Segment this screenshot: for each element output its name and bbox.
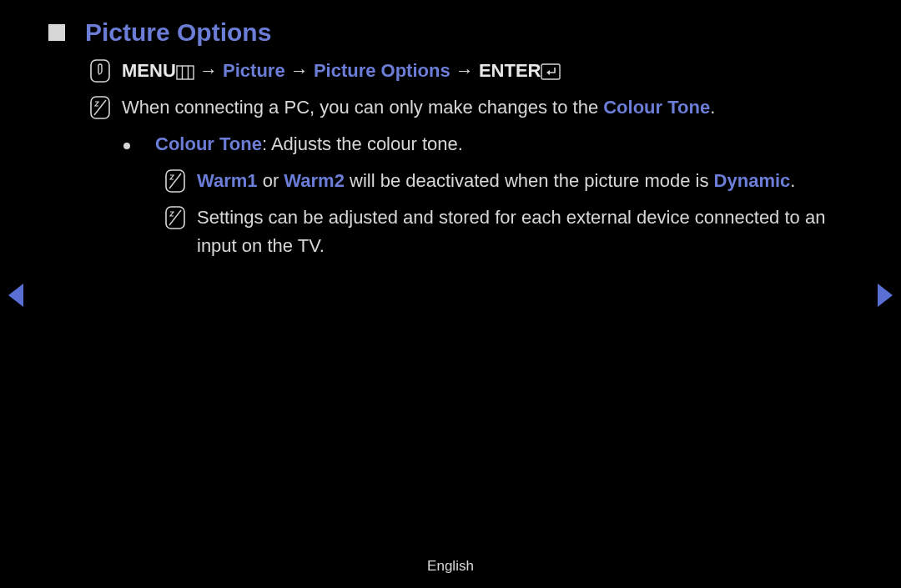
- svg-rect-1: [177, 66, 194, 79]
- svg-line-6: [94, 100, 106, 115]
- arrow-sep-2: →: [290, 60, 309, 81]
- svg-line-10: [169, 210, 181, 225]
- svg-line-8: [169, 173, 181, 188]
- bullet-icon: [123, 143, 130, 149]
- page-title: Picture Options: [85, 18, 271, 47]
- svg-rect-4: [541, 64, 560, 79]
- bullet-desc: : Adjusts the colour tone.: [262, 133, 463, 154]
- subnote1-end: .: [790, 170, 795, 191]
- warm2-label: Warm2: [284, 170, 345, 191]
- menu-grid-icon: [176, 65, 194, 80]
- warm1-label: Warm1: [197, 170, 258, 191]
- note1-prefix: When connecting a PC, you can only make …: [122, 97, 603, 118]
- section-bullet-icon: [48, 24, 65, 41]
- crumb-picture: Picture: [223, 60, 285, 81]
- remote-hand-icon: [90, 59, 110, 83]
- bullet-label: Colour Tone: [155, 133, 262, 154]
- nav-prev-button[interactable]: [8, 284, 23, 307]
- note1-highlight: Colour Tone: [603, 97, 710, 118]
- note-icon: [165, 169, 185, 193]
- arrow-sep-3: →: [456, 60, 474, 81]
- crumb-picture-options: Picture Options: [314, 60, 450, 81]
- enter-label: ENTER: [479, 60, 541, 81]
- bullet-colour-tone: Colour Tone: Adjusts the colour tone.: [48, 130, 866, 158]
- arrow-sep-1: →: [199, 60, 218, 81]
- subnote-warm-dynamic: Warm1 or Warm2 will be deactivated when …: [48, 167, 866, 195]
- note1-suffix: .: [710, 97, 715, 118]
- nav-next-button[interactable]: [878, 284, 893, 307]
- menu-label: MENU: [122, 60, 176, 81]
- or-text: or: [258, 170, 284, 191]
- svg-rect-0: [91, 60, 109, 82]
- subnote2-text: Settings can be adjusted and stored for …: [197, 207, 825, 256]
- note-icon: [165, 206, 185, 229]
- subnote1-mid: will be deactivated when the picture mod…: [345, 170, 714, 191]
- subnote-settings-stored: Settings can be adjusted and stored for …: [48, 204, 866, 260]
- note-pc-colour-tone: When connecting a PC, you can only make …: [48, 93, 866, 122]
- enter-key-icon: [541, 63, 561, 80]
- breadcrumb: MENU → Picture → Picture Options → ENTER: [48, 57, 866, 85]
- note-icon: [90, 96, 110, 119]
- footer-language: English: [0, 558, 901, 575]
- content-area: Picture Options MENU → Picture → Picture…: [48, 18, 866, 269]
- dynamic-label: Dynamic: [714, 170, 791, 191]
